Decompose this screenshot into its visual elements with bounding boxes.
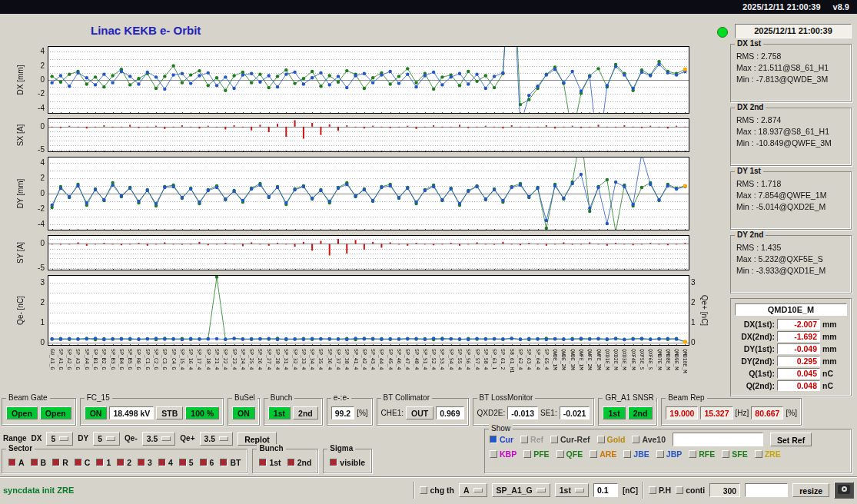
sector-checkbox-b[interactable] [31, 459, 38, 466]
y-tick-label: -4 [28, 220, 45, 229]
stats-rows: RMS : 2.874Max : 18.937@S8_61_H1Min : -1… [731, 108, 851, 149]
sector-checkbox-3[interactable] [138, 459, 145, 466]
station-label: SP_61_1 [491, 349, 497, 370]
bunch-2nd-button[interactable]: 2nd [293, 406, 318, 419]
fc-15-100-button[interactable]: 100 % [185, 406, 219, 419]
conti-checkbox[interactable] [676, 486, 683, 494]
extra-input[interactable] [745, 483, 788, 497]
monitor-group-title: BT LossMonitor [477, 393, 536, 402]
show-checkbox-gold[interactable] [597, 436, 605, 443]
sector-checkbox-4[interactable] [158, 459, 166, 466]
range-dx-dropdown[interactable]: 5 [46, 432, 73, 446]
show-item-cur: Cur [490, 435, 513, 444]
busel-on-button[interactable]: ON [232, 406, 255, 419]
option-menu-icon [59, 436, 68, 441]
qmd-row-unit: nC [822, 369, 833, 378]
bunch-select-checkbox-1st[interactable] [259, 459, 267, 466]
beam-rep-value-field: 80.667 [751, 406, 783, 419]
monitor-group-beam-gate: Beam GateOpenOpen [2, 398, 76, 426]
show-label-jbe: JBE [633, 449, 649, 459]
show-checkbox-cur[interactable] [490, 436, 497, 443]
ref-file-input[interactable] [673, 433, 763, 446]
sector-label-a: A [18, 458, 25, 467]
resize-button[interactable]: resize [792, 483, 829, 497]
sigma-checkbox-visible[interactable] [330, 459, 337, 466]
e-e-value-field[interactable]: 99.2 [331, 406, 354, 419]
clock-display: 2025/12/11 21:00:39 [735, 24, 852, 38]
interval-field[interactable]: 300 [709, 483, 740, 497]
set-ref-button[interactable]: Set Ref [770, 433, 812, 446]
fc-15-value-field[interactable]: 18.498 kV [109, 406, 154, 419]
ph-checkbox[interactable] [649, 486, 656, 494]
option-menu-icon [219, 436, 228, 441]
station-label: SP_C1_G [144, 349, 150, 370]
camera-icon[interactable] [834, 482, 854, 499]
bt-collimator-out-button[interactable]: OUT [406, 406, 433, 419]
fc-15-stb-button[interactable]: STB [156, 406, 183, 419]
show-item-pfe: PFE [523, 449, 549, 459]
show-item-ave10: Ave10 [632, 435, 666, 444]
show-checkbox-zre[interactable] [755, 450, 762, 458]
sector-checkbox-c[interactable] [75, 459, 82, 466]
sector-checkbox-5[interactable] [179, 459, 187, 466]
station-label: SP_A1_G [58, 349, 63, 370]
stat-row: RMS : 2.758 [731, 51, 851, 62]
gr-a1-snsr-2nd-button[interactable]: 2nd [628, 406, 653, 419]
bt-collimator-value-field[interactable]: 0.969 [436, 406, 463, 419]
show-checkbox-kbp[interactable] [490, 450, 497, 458]
sector-checkbox-2[interactable] [117, 459, 125, 466]
fc-15-on-button[interactable]: ON [85, 406, 108, 419]
show-item-qfe: QFE [556, 449, 583, 459]
sector-checkbox-1[interactable] [96, 459, 104, 466]
show-label-gold: Gold [607, 435, 626, 444]
show-checkbox-jbe[interactable] [623, 450, 631, 458]
show-checkbox-cur-ref[interactable] [550, 436, 558, 443]
show-checkbox-ref[interactable] [520, 436, 528, 443]
show-row-2: KBPPFEQFEAREJBEJBPRFESFEZRE [485, 446, 851, 459]
monitor-group-title: GR_A1 SNSR [603, 393, 656, 402]
threshold-mode-value: A [463, 486, 470, 495]
show-checkbox-qfe[interactable] [556, 450, 564, 458]
station-label: SP_54_4 [448, 349, 453, 370]
sector-checkbox-6[interactable] [200, 459, 208, 466]
replot-button[interactable]: Replot [238, 432, 277, 446]
sector-checkbox-a[interactable] [8, 459, 16, 466]
bunch-dropdown[interactable]: 1st [555, 483, 589, 497]
beam-gate-open-button[interactable]: Open [40, 406, 71, 419]
beam-gate-open-button[interactable]: Open [6, 406, 38, 419]
gr-a1-snsr-1st-button[interactable]: 1st [603, 406, 625, 419]
threshold-input[interactable] [593, 483, 618, 497]
show-checkbox-ave10[interactable] [632, 436, 639, 443]
sector-label-b: B [41, 458, 47, 467]
range-label: Range [3, 434, 27, 443]
show-checkbox-sfe[interactable] [722, 450, 729, 458]
device-dropdown[interactable]: SP_A1_G [492, 483, 550, 497]
range-qe-dropdown[interactable]: 3.5 [142, 432, 176, 446]
station-label: SP_23_4 [231, 349, 237, 370]
bunch-select-checkbox-2nd[interactable] [287, 459, 295, 466]
show-checkbox-rfe[interactable] [689, 450, 696, 458]
show-checkbox-are[interactable] [590, 450, 597, 458]
bunch-1st-button[interactable]: 1st [268, 406, 291, 419]
sector-checkbox-r[interactable] [52, 459, 60, 466]
station-label: SP_32_4 [292, 349, 297, 370]
qmd-row-label: DX(2nd): [735, 332, 775, 341]
range-qe-dropdown[interactable]: 3.5 [200, 432, 234, 446]
qe-nc-axis-label: Qe- [nC] [16, 296, 25, 325]
station-label: SP_28_4 [274, 349, 280, 370]
show-checkbox-jbp[interactable] [656, 450, 664, 458]
threshold-unit-label: [nC] [623, 486, 638, 495]
range-dy-dropdown[interactable]: 5 [93, 432, 120, 446]
bt-lossmonitor-value-field[interactable]: -0.021 [560, 406, 590, 419]
show-label-zre: ZRE [765, 449, 781, 459]
station-label: SP_52_4 [430, 349, 436, 370]
sector-checkbox-bt[interactable] [220, 459, 228, 466]
bt-lossmonitor-value-field[interactable]: -0.013 [507, 406, 538, 419]
show-checkbox-pfe[interactable] [523, 450, 531, 458]
range-qe-label: Qe- [125, 434, 138, 443]
chg-th-checkbox[interactable] [420, 486, 427, 494]
qmd-row-unit: mm [822, 356, 837, 366]
station-label: SP_22_4 [222, 349, 228, 370]
station-label: SP_C4_G [171, 349, 176, 370]
threshold-mode-dropdown[interactable]: A [459, 483, 487, 497]
